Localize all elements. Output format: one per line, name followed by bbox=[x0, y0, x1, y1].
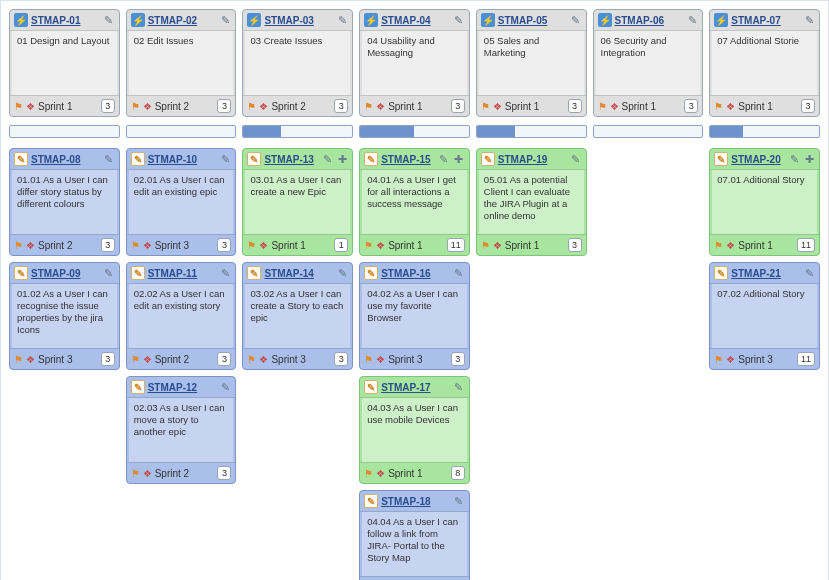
priority-icon: ❖ bbox=[376, 354, 385, 365]
flag-icon: ⚑ bbox=[131, 101, 140, 112]
card-description: 05 Sales and Marketing bbox=[479, 31, 584, 95]
card-id-link[interactable]: STMAP-01 bbox=[31, 15, 100, 26]
card-id-link[interactable]: STMAP-11 bbox=[148, 268, 217, 279]
story-card[interactable]: ✎ STMAP-08 ✎ 01.01 As a User I can diffe… bbox=[9, 148, 120, 256]
story-card[interactable]: ✎ STMAP-13 ✎ ✚ 03.01 As a User I can cre… bbox=[242, 148, 353, 256]
card-id-link[interactable]: STMAP-10 bbox=[148, 154, 217, 165]
card-id-link[interactable]: STMAP-15 bbox=[381, 154, 435, 165]
card-id-link[interactable]: STMAP-04 bbox=[381, 15, 450, 26]
card-header: ✎ STMAP-17 ✎ bbox=[360, 377, 469, 398]
sprint-label: Sprint 1 bbox=[505, 240, 565, 251]
priority-icon: ❖ bbox=[26, 354, 35, 365]
card-header: ⚡ STMAP-03 ✎ bbox=[243, 10, 352, 31]
story-card[interactable]: ✎ STMAP-15 ✎ ✚ 04.01 As a User I get for… bbox=[359, 148, 470, 256]
type-icon: ⚡ bbox=[364, 13, 378, 27]
add-icon[interactable]: ✚ bbox=[803, 153, 815, 165]
sprint-label: Sprint 1 bbox=[738, 240, 794, 251]
card-id-link[interactable]: STMAP-18 bbox=[381, 496, 450, 507]
story-column bbox=[593, 148, 704, 580]
epic-card[interactable]: ⚡ STMAP-02 ✎ 02 Edit Issues ⚑ ❖ Sprint 2… bbox=[126, 9, 237, 117]
story-card[interactable]: ✎ STMAP-10 ✎ 02.01 As a User I can edit … bbox=[126, 148, 237, 256]
edit-icon[interactable]: ✎ bbox=[219, 14, 231, 26]
card-footer: ⚑ ❖ Sprint 1 3 bbox=[477, 234, 586, 255]
card-id-link[interactable]: STMAP-12 bbox=[148, 382, 217, 393]
card-id-link[interactable]: STMAP-03 bbox=[264, 15, 333, 26]
card-description: 04.04 As a User I can follow a link from… bbox=[362, 512, 467, 576]
add-icon[interactable]: ✚ bbox=[336, 153, 348, 165]
edit-icon[interactable]: ✎ bbox=[453, 14, 465, 26]
sprint-label: Sprint 1 bbox=[738, 101, 798, 112]
edit-icon[interactable]: ✎ bbox=[453, 267, 465, 279]
card-id-link[interactable]: STMAP-19 bbox=[498, 154, 567, 165]
card-id-link[interactable]: STMAP-20 bbox=[731, 154, 785, 165]
edit-icon[interactable]: ✎ bbox=[453, 381, 465, 393]
story-card[interactable]: ✎ STMAP-17 ✎ 04.03 As a User I can use m… bbox=[359, 376, 470, 484]
story-card[interactable]: ✎ STMAP-16 ✎ 04.02 As a User I can use m… bbox=[359, 262, 470, 370]
edit-icon[interactable]: ✎ bbox=[103, 267, 115, 279]
card-id-link[interactable]: STMAP-06 bbox=[615, 15, 684, 26]
flag-icon: ⚑ bbox=[247, 354, 256, 365]
card-id-link[interactable]: STMAP-17 bbox=[381, 382, 450, 393]
edit-icon[interactable]: ✎ bbox=[803, 267, 815, 279]
story-card[interactable]: ✎ STMAP-19 ✎ 05.01 As a potential Client… bbox=[476, 148, 587, 256]
card-header: ✎ STMAP-21 ✎ bbox=[710, 263, 819, 284]
card-header: ✎ STMAP-10 ✎ bbox=[127, 149, 236, 170]
epic-card[interactable]: ⚡ STMAP-06 ✎ 06 Security and Integration… bbox=[593, 9, 704, 117]
card-id-link[interactable]: STMAP-07 bbox=[731, 15, 800, 26]
story-points: 3 bbox=[217, 352, 231, 366]
story-points: 3 bbox=[451, 99, 465, 113]
story-card[interactable]: ✎ STMAP-11 ✎ 02.02 As a User I can edit … bbox=[126, 262, 237, 370]
card-id-link[interactable]: STMAP-08 bbox=[31, 154, 100, 165]
card-footer: ⚑ ❖ Sprint 2 3 bbox=[127, 348, 236, 369]
card-id-link[interactable]: STMAP-14 bbox=[264, 268, 333, 279]
edit-icon[interactable]: ✎ bbox=[570, 153, 582, 165]
edit-icon[interactable]: ✎ bbox=[103, 153, 115, 165]
progress-bar bbox=[593, 125, 704, 138]
card-id-link[interactable]: STMAP-05 bbox=[498, 15, 567, 26]
card-id-link[interactable]: STMAP-13 bbox=[264, 154, 318, 165]
story-points: 3 bbox=[217, 99, 231, 113]
edit-icon[interactable]: ✎ bbox=[686, 14, 698, 26]
edit-icon[interactable]: ✎ bbox=[336, 267, 348, 279]
edit-icon[interactable]: ✎ bbox=[438, 153, 450, 165]
edit-icon[interactable]: ✎ bbox=[453, 495, 465, 507]
story-card[interactable]: ✎ STMAP-20 ✎ ✚ 07.01 Aditional Story ⚑ ❖… bbox=[709, 148, 820, 256]
card-header: ✎ STMAP-18 ✎ bbox=[360, 491, 469, 512]
edit-icon[interactable]: ✎ bbox=[803, 14, 815, 26]
epic-card[interactable]: ⚡ STMAP-04 ✎ 04 Usability and Messaging … bbox=[359, 9, 470, 117]
edit-icon[interactable]: ✎ bbox=[219, 381, 231, 393]
story-card[interactable]: ✎ STMAP-18 ✎ 04.04 As a User I can follo… bbox=[359, 490, 470, 580]
story-card[interactable]: ✎ STMAP-12 ✎ 02.03 As a User I can move … bbox=[126, 376, 237, 484]
edit-icon[interactable]: ✎ bbox=[336, 14, 348, 26]
priority-icon: ❖ bbox=[493, 101, 502, 112]
epic-card[interactable]: ⚡ STMAP-01 ✎ 01 Design and Layout ⚑ ❖ Sp… bbox=[9, 9, 120, 117]
flag-icon: ⚑ bbox=[481, 101, 490, 112]
story-card[interactable]: ✎ STMAP-14 ✎ 03.02 As a User I can creat… bbox=[242, 262, 353, 370]
sprint-label: Sprint 1 bbox=[388, 468, 448, 479]
priority-icon: ❖ bbox=[259, 101, 268, 112]
epic-card[interactable]: ⚡ STMAP-05 ✎ 05 Sales and Marketing ⚑ ❖ … bbox=[476, 9, 587, 117]
card-id-link[interactable]: STMAP-16 bbox=[381, 268, 450, 279]
edit-icon[interactable]: ✎ bbox=[219, 267, 231, 279]
edit-icon[interactable]: ✎ bbox=[219, 153, 231, 165]
story-column: ✎ STMAP-20 ✎ ✚ 07.01 Aditional Story ⚑ ❖… bbox=[709, 148, 820, 580]
add-icon[interactable]: ✚ bbox=[453, 153, 465, 165]
story-points: 1 bbox=[334, 238, 348, 252]
card-id-link[interactable]: STMAP-09 bbox=[31, 268, 100, 279]
edit-icon[interactable]: ✎ bbox=[103, 14, 115, 26]
edit-icon[interactable]: ✎ bbox=[570, 14, 582, 26]
card-id-link[interactable]: STMAP-21 bbox=[731, 268, 800, 279]
card-id-link[interactable]: STMAP-02 bbox=[148, 15, 217, 26]
card-header: ⚡ STMAP-07 ✎ bbox=[710, 10, 819, 31]
epic-card[interactable]: ⚡ STMAP-07 ✎ 07 Additional Storie ⚑ ❖ Sp… bbox=[709, 9, 820, 117]
edit-icon[interactable]: ✎ bbox=[321, 153, 333, 165]
card-description: 02.01 As a User I can edit an existing e… bbox=[129, 170, 234, 234]
edit-icon[interactable]: ✎ bbox=[788, 153, 800, 165]
story-column: ✎ STMAP-19 ✎ 05.01 As a potential Client… bbox=[476, 148, 587, 580]
story-card[interactable]: ✎ STMAP-21 ✎ 07.02 Aditional Story ⚑ ❖ S… bbox=[709, 262, 820, 370]
type-icon: ⚡ bbox=[598, 13, 612, 27]
card-footer: ⚑ ❖ Sprint 3 3 bbox=[127, 234, 236, 255]
story-card[interactable]: ✎ STMAP-09 ✎ 01.02 As a User I can recog… bbox=[9, 262, 120, 370]
type-icon: ✎ bbox=[131, 380, 145, 394]
epic-card[interactable]: ⚡ STMAP-03 ✎ 03 Create Issues ⚑ ❖ Sprint… bbox=[242, 9, 353, 117]
